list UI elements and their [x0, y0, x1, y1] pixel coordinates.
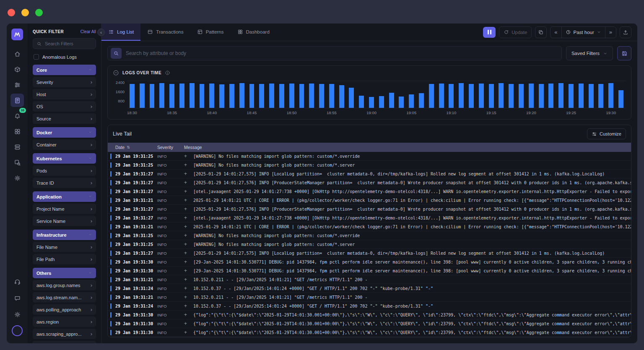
synthetics-nav-icon[interactable]: [10, 156, 24, 169]
infrastructure-nav-icon[interactable]: [10, 63, 24, 76]
clear-all-link[interactable]: Clear All: [80, 29, 96, 34]
chart-bar[interactable]: [239, 83, 244, 108]
chart-bar[interactable]: [479, 84, 484, 108]
log-search-input[interactable]: [126, 50, 560, 56]
chart-bar[interactable]: [159, 83, 164, 108]
info-icon[interactable]: [165, 70, 170, 76]
update-button[interactable]: Update: [499, 26, 532, 38]
expand-log-icon[interactable]: +: [184, 268, 193, 274]
saved-filters-button[interactable]: Saved Filters: [566, 46, 613, 60]
log-row[interactable]: 29 Jan 19:31:24INFO+10.152.0.37 - - [29/…: [108, 302, 631, 311]
expand-log-icon[interactable]: +: [184, 162, 193, 168]
filter-section-others[interactable]: Others: [33, 268, 96, 278]
filter-section-docker[interactable]: Docker: [33, 127, 96, 138]
chart-bar[interactable]: [618, 90, 623, 108]
chart-bar[interactable]: [259, 84, 264, 108]
time-forward-button[interactable]: »: [605, 27, 616, 38]
log-row[interactable]: 29 Jan 19:31:21INFO+10.152.0.211 - - [29…: [108, 275, 631, 284]
minimize-window-button[interactable]: [21, 9, 29, 16]
save-filter-button[interactable]: [617, 46, 631, 60]
expand-log-icon[interactable]: +: [184, 259, 193, 265]
preferences-nav-icon[interactable]: [10, 308, 24, 321]
log-row[interactable]: 29 Jan 19:31:30INFO+[29-Jan-2025 14:01:3…: [108, 266, 631, 275]
log-row[interactable]: 29 Jan 19:31:30INFO+{"log":"{\"t\":{\"$d…: [108, 319, 631, 328]
chart-bar[interactable]: [359, 96, 364, 108]
filter-item-aws-log-group-names[interactable]: aws.log.group.names›: [33, 280, 96, 290]
chart-bar[interactable]: [439, 84, 444, 108]
chart-bar[interactable]: [200, 84, 205, 108]
column-date[interactable]: Date: [115, 145, 125, 150]
copy-button[interactable]: [535, 26, 547, 38]
chart-bar[interactable]: [499, 83, 504, 108]
chart-bar[interactable]: [409, 94, 414, 108]
sort-icon[interactable]: ⇅: [127, 145, 130, 149]
support-nav-icon[interactable]: [10, 275, 24, 288]
containers-nav-icon[interactable]: [10, 140, 24, 154]
chart-bar[interactable]: [519, 84, 524, 108]
expand-log-icon[interactable]: +: [184, 188, 193, 194]
chart-bar[interactable]: [279, 84, 284, 108]
expand-log-icon[interactable]: +: [184, 329, 193, 335]
column-severity[interactable]: Severity: [157, 145, 184, 150]
settings-nav-icon[interactable]: [10, 171, 24, 185]
filter-item-aws-scraping-appro-[interactable]: aws.scraping_appro...›: [33, 329, 96, 339]
log-row[interactable]: 29 Jan 19:31:27INFO+[2025-01-29 14:01:27…: [108, 205, 631, 214]
anomalous-logs-checkbox[interactable]: Anomalous Logs: [34, 54, 95, 60]
filter-item-pods[interactable]: Pods›: [33, 165, 96, 176]
chart-bar[interactable]: [429, 84, 434, 108]
chart-bar[interactable]: [579, 84, 584, 108]
chart-bar[interactable]: [289, 84, 294, 108]
filter-item-project-name[interactable]: Project Name›: [33, 204, 96, 214]
log-row[interactable]: 29 Jan 19:31:27INFO+[2025-01-29 14:01:27…: [108, 178, 631, 187]
expand-log-icon[interactable]: +: [184, 232, 193, 238]
log-row[interactable]: 29 Jan 19:31:25INFO+[WARNING] No files m…: [108, 231, 631, 240]
home-nav-icon[interactable]: [10, 47, 24, 60]
tab-transactions[interactable]: Transactions: [140, 24, 190, 41]
filter-section-application[interactable]: Application: [33, 191, 96, 202]
chart-bar[interactable]: [349, 88, 354, 108]
chart-bar[interactable]: [598, 84, 603, 108]
chart-bar[interactable]: [150, 84, 155, 108]
tab-log-list[interactable]: Log List: [101, 24, 140, 41]
expand-log-icon[interactable]: +: [184, 180, 193, 185]
filter-section-core[interactable]: Core: [33, 65, 96, 75]
chart-bar[interactable]: [389, 93, 394, 108]
chart-bar[interactable]: [269, 84, 274, 108]
chart-bar[interactable]: [379, 96, 384, 108]
profile-avatar[interactable]: [10, 324, 24, 337]
chart-bar[interactable]: [539, 84, 544, 108]
log-row[interactable]: 29 Jan 19:31:21INFO+2025-01-29 14:01:21 …: [108, 196, 631, 205]
tab-dashboard[interactable]: Dashboard: [231, 24, 276, 41]
alerts-nav-icon[interactable]: 10: [10, 109, 24, 123]
expand-log-icon[interactable]: +: [184, 224, 193, 230]
log-row[interactable]: 29 Jan 19:31:27INFO+[otel.javaagent 2025…: [108, 214, 631, 222]
log-row[interactable]: 29 Jan 19:31:30INFO+[29-Jan-2025 14:01:3…: [108, 258, 631, 266]
filter-item-file-name[interactable]: File Name›: [33, 242, 96, 252]
checkbox-box[interactable]: [34, 54, 39, 60]
expand-log-icon[interactable]: +: [184, 206, 193, 212]
chart-bar[interactable]: [179, 84, 184, 108]
log-row[interactable]: 29 Jan 19:31:21INFO+10.152.0.211 - - [29…: [108, 293, 631, 302]
filter-item-severity[interactable]: Severity›: [33, 77, 96, 87]
chart-bar[interactable]: [469, 84, 474, 108]
chart-bar[interactable]: [489, 84, 494, 108]
filter-item-browser-name[interactable]: browser.name›: [33, 341, 96, 343]
logs-nav-icon[interactable]: [10, 94, 24, 107]
chart-bar[interactable]: [419, 93, 424, 108]
filter-item-trace-id[interactable]: Trace ID›: [33, 178, 96, 188]
zoom-window-button[interactable]: [35, 9, 43, 16]
apm-nav-icon[interactable]: [10, 78, 24, 91]
customize-button[interactable]: Customize: [587, 128, 626, 139]
chart-bar[interactable]: [309, 84, 314, 108]
dashboards-nav-icon[interactable]: [10, 125, 24, 138]
chart-bar[interactable]: [219, 84, 224, 108]
chart-bar[interactable]: [509, 84, 514, 108]
log-row[interactable]: 29 Jan 19:31:27INFO+[2025-01-29 14:01:27…: [108, 249, 631, 258]
tab-patterns[interactable]: Patterns: [190, 24, 231, 41]
chart-bar[interactable]: [569, 84, 574, 108]
filter-item-aws-polling-approach[interactable]: aws.polling_approach›: [33, 304, 96, 315]
chart-bar[interactable]: [209, 84, 214, 108]
filter-item-os[interactable]: OS›: [33, 101, 96, 112]
app-logo[interactable]: [11, 29, 23, 40]
avatar[interactable]: [12, 325, 23, 336]
